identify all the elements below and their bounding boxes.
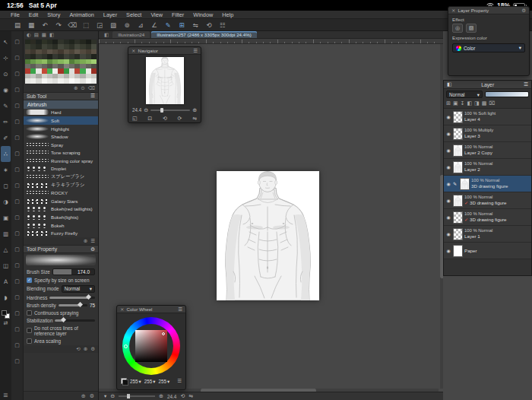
register-tool-icon[interactable]: ⊕ — [84, 346, 87, 352]
layer-mask-icon[interactable]: ◨ — [474, 100, 480, 106]
color-mix-tab-icon[interactable]: ◧ — [49, 32, 54, 38]
tab-bar-toggle-icon[interactable]: ◧ — [102, 32, 111, 38]
visibility-icon[interactable]: ◉ — [445, 231, 451, 237]
expression-color-select[interactable]: Color ▾ — [452, 43, 525, 52]
visibility-icon[interactable]: ◉ — [445, 131, 451, 136]
color-swatch[interactable] — [42, 78, 47, 83]
layer-row[interactable]: ◉100 % MultiplyLayer 3 — [444, 125, 531, 142]
brush-item[interactable]: Bokeh(red taillights) — [24, 205, 98, 214]
airbrush-tool[interactable]: ∴ — [1, 146, 11, 162]
color-swatch[interactable] — [47, 78, 52, 83]
menu-item-filter[interactable]: Filter — [167, 11, 188, 18]
transform-icon[interactable]: ⊚ — [122, 21, 132, 29]
current-color-swatch[interactable] — [121, 378, 127, 384]
frame-border-tool[interactable]: ◫ — [1, 258, 11, 274]
invert-selection-icon[interactable]: ◲ — [94, 21, 105, 29]
brush-item[interactable]: Running color spray — [24, 157, 98, 165]
reset-tool-icon[interactable]: ⟲ — [76, 346, 80, 352]
color-swatch[interactable] — [30, 78, 36, 83]
zoom-out-icon[interactable]: ⊖ — [144, 107, 148, 113]
brush-item[interactable]: スプレーブラシ — [24, 173, 98, 181]
color-menu-icon[interactable]: ☰ — [177, 378, 182, 384]
sub-tool-group-airbrush[interactable]: Airbrush — [24, 100, 98, 109]
panel-tab-icon[interactable]: ▢ — [14, 130, 20, 146]
tool-settings-icon[interactable]: ⚙ — [90, 346, 95, 352]
main-color-chip[interactable] — [2, 310, 7, 316]
panel-tab-icon[interactable]: ▢ — [14, 354, 20, 370]
brush-item[interactable]: Highlight — [24, 125, 98, 133]
vertical-scrollbar[interactable] — [440, 44, 443, 389]
delete-icon[interactable]: ⌫ — [67, 21, 78, 29]
navigator-header[interactable]: × Navigator ☰ — [128, 47, 201, 55]
eyedropper-tool[interactable]: ◉ — [1, 82, 11, 98]
menu-item-view[interactable]: View — [146, 11, 167, 18]
window-gear-icon[interactable]: ⚙ — [521, 8, 526, 14]
panel-tab-icon[interactable]: ▢ — [14, 338, 20, 354]
pen-tool[interactable]: ✎ — [1, 98, 11, 114]
flip-horizontal-icon[interactable]: ⇋ — [192, 116, 197, 122]
blending-mode-select[interactable]: Normal ▾ — [62, 285, 95, 293]
flip-canvas-icon[interactable]: ⇋ — [190, 21, 201, 29]
color-swatch[interactable] — [36, 78, 41, 83]
add-subtool-icon[interactable]: ⊕ — [84, 238, 87, 244]
window-menu-icon[interactable]: ☰ — [178, 306, 182, 313]
visibility-icon[interactable]: ◉ — [445, 214, 451, 220]
red-value[interactable]: 255 — [130, 379, 138, 384]
green-value[interactable]: 255 — [144, 379, 153, 384]
clipping-icon[interactable]: ◧ — [467, 100, 472, 106]
blue-value[interactable]: 255 — [158, 379, 166, 384]
color-swatch[interactable] — [52, 78, 58, 83]
brush-item[interactable]: Bokeh — [24, 221, 98, 230]
layer-row[interactable]: ◉Paper — [444, 243, 531, 259]
chevron-down-icon[interactable]: ▾ — [104, 393, 106, 399]
text-tool[interactable]: A — [1, 274, 11, 290]
brush-item[interactable]: Droplet — [24, 165, 98, 173]
open-file-icon[interactable]: ▤ — [12, 21, 23, 29]
panel-tab-icon[interactable]: ▢ — [14, 258, 20, 274]
panel-tab-icon[interactable]: ▢ — [14, 98, 20, 114]
layer-menu-icon[interactable]: ☰ — [524, 81, 528, 87]
brush-item[interactable]: Soft — [24, 116, 98, 125]
visibility-icon[interactable]: ◉ — [445, 198, 451, 203]
panel-tab-icon[interactable]: ▢ — [14, 322, 20, 338]
saturation-value-square[interactable] — [135, 330, 167, 362]
border-effect-icon[interactable]: ◎ — [452, 24, 463, 33]
switch-color-icon[interactable]: ⇄ — [4, 320, 8, 326]
navigator-preview[interactable] — [146, 57, 184, 104]
snap-ruler-icon[interactable]: ∠ — [149, 21, 160, 29]
lock-layer-icon[interactable]: ▩ — [482, 100, 487, 106]
visibility-icon[interactable]: ◉ — [445, 248, 451, 253]
merge-down-icon[interactable]: ↧ — [461, 100, 465, 106]
pencil-tool[interactable]: ✏ — [1, 114, 11, 130]
add-panel-icon[interactable]: ⊕ — [81, 393, 86, 399]
continuous-spraying-checkbox[interactable] — [27, 310, 32, 316]
blend-tool[interactable]: ◑ — [1, 194, 11, 210]
tool-property-gear-icon[interactable]: ⚙ — [90, 246, 95, 252]
color-wheel[interactable] — [122, 317, 180, 375]
new-folder-icon[interactable]: ▣ — [453, 100, 458, 106]
specify-size-checkbox[interactable]: ✓ — [27, 278, 32, 283]
panel-tab-icon[interactable]: ▢ — [14, 34, 20, 50]
brush-item[interactable]: Spray — [24, 141, 98, 149]
magnifier-tool[interactable]: ⊙ — [1, 66, 11, 82]
new-layer-icon[interactable]: ⊞ — [446, 100, 451, 106]
panel-tab-icon[interactable]: ▢ — [14, 274, 20, 290]
layer-property-header[interactable]: × Layer Property ⚙ — [448, 7, 529, 14]
sv-cursor[interactable] — [162, 332, 165, 335]
color-slider-tab-icon[interactable]: ▤ — [34, 32, 39, 38]
color-swatch[interactable] — [86, 78, 91, 83]
free-transform-icon[interactable]: ⊿ — [135, 21, 146, 29]
brush-item[interactable]: ROCKY — [24, 189, 98, 197]
visibility-icon[interactable]: ◉ — [445, 181, 451, 186]
delete-layer-icon[interactable]: ⌧ — [489, 100, 495, 106]
brush-item[interactable]: Galaxy Stars — [24, 197, 98, 205]
panel-tab-icon[interactable]: ▢ — [14, 194, 20, 210]
menu-item-file[interactable]: File — [6, 11, 24, 18]
eraser-tool[interactable]: ◻ — [1, 178, 11, 194]
gradient-tool[interactable]: ▥ — [1, 226, 11, 242]
specify-size-row[interactable]: ✓ Specify by size on screen — [24, 276, 98, 284]
snap-grid-icon[interactable]: ⊞ — [176, 21, 187, 29]
balloon-tool[interactable]: ◗ — [1, 290, 11, 306]
menu-item-help[interactable]: Help — [217, 11, 238, 18]
continuous-spraying-row[interactable]: Continuous spraying — [24, 309, 98, 316]
